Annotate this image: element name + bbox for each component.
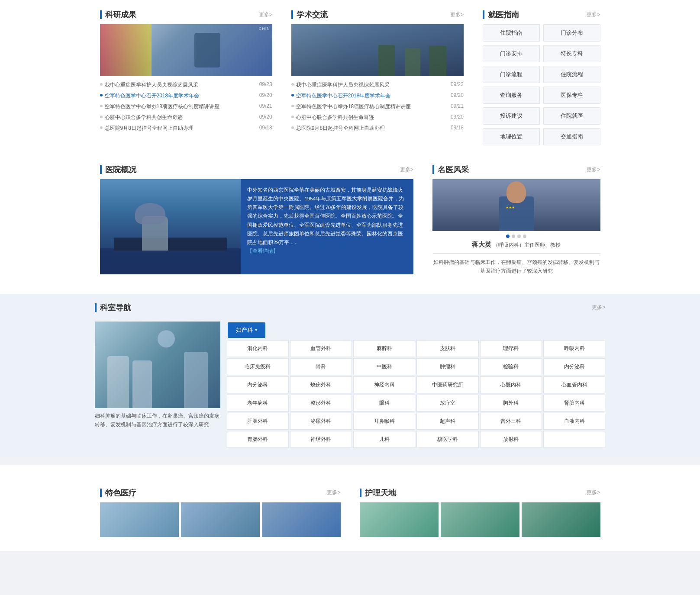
guide-btn-10[interactable]: 地理位置 <box>483 128 540 145</box>
guide-section: 就医指南 更多> 住院指南 门诊分布 门诊安排 特长专科 门诊流程 住院流程 查… <box>477 4 606 151</box>
dept-cell-11[interactable]: 内分泌科 <box>543 358 605 375</box>
special-img-0 <box>100 502 179 537</box>
dept-cell-26[interactable]: 耳鼻喉科 <box>353 413 415 430</box>
academic-image <box>291 24 464 76</box>
dot-0[interactable] <box>506 235 510 238</box>
dept-cell-30[interactable]: 胃肠外科 <box>227 431 289 448</box>
guide-btn-9[interactable]: 住院就医 <box>543 107 600 125</box>
academic-news-item[interactable]: 空军特色医学中心举办18项医疗核心制度精讲讲座 09/21 <box>291 101 464 112</box>
academic-news-item[interactable]: 总医院9月8日起挂号全程网上自助办理 09/18 <box>291 123 464 134</box>
hospital-title: 医院概况 <box>100 164 136 175</box>
academic-news-item[interactable]: 我中心重症医学科护人员央视综艺展风采 09/23 <box>291 80 464 90</box>
dept-cell-0[interactable]: 消化内科 <box>227 340 289 357</box>
guide-more[interactable]: 更多> <box>587 11 600 19</box>
academic-section: 学术交流 更多> 我中心重症 <box>286 4 469 151</box>
research-news-item[interactable]: 心脏中心联合多学科共创生命奇迹 09/20 <box>100 112 272 123</box>
guide-btn-3[interactable]: 特长专科 <box>543 45 600 62</box>
dept-cell-31[interactable]: 神经外科 <box>290 431 352 448</box>
dept-nav-section: 科室导航 更多> 妇科肿瘤的基础与临床工作，在卵巢癌、宫颈癌的发 <box>0 294 700 457</box>
dept-cell-28[interactable]: 普外三科 <box>480 413 542 430</box>
dept-cell-22[interactable]: 胸外科 <box>480 395 542 412</box>
hospital-overview-text: 中外知名的西京医院坐落在美丽的古城西安，其前身是延安抗战烽火岁月里诞生的中央医院… <box>241 179 413 274</box>
guide-btn-11[interactable]: 交通指南 <box>543 128 600 145</box>
academic-news-item[interactable]: 心脏中心联合多学科共创生命奇迹 09/20 <box>291 112 464 123</box>
special-medical-title: 特色医疗 <box>100 488 136 498</box>
academic-more[interactable]: 更多> <box>450 11 464 19</box>
research-news-item[interactable]: 空军特色医学中心召开2018年度学术年会 09/20 <box>100 90 272 101</box>
research-section: 科研成果 更多> CHIN 我中心 <box>95 4 277 151</box>
nursing-img-0 <box>360 502 439 537</box>
dept-cell-24[interactable]: 肝胆外科 <box>227 413 289 430</box>
dept-cell-29[interactable]: 血液内科 <box>543 413 605 430</box>
academic-title: 学术交流 <box>291 10 328 20</box>
dept-tab-active[interactable]: 妇产科 ▾ <box>228 322 265 338</box>
dept-cell-32[interactable]: 儿科 <box>353 431 415 448</box>
research-news-item[interactable]: 我中心重症医学科护人员央视综艺展风采 09/23 <box>100 80 272 90</box>
dept-cell-12[interactable]: 内分泌科 <box>227 376 289 393</box>
academic-news-list: 我中心重症医学科护人员央视综艺展风采 09/23 空军特色医学中心召开2018年… <box>291 80 464 134</box>
hospital-detail-link[interactable]: 【查看详情】 <box>247 248 278 254</box>
doctor-photo: ★★★ <box>432 179 600 231</box>
dept-cell-34[interactable]: 放射科 <box>480 431 542 448</box>
special-medical-more[interactable]: 更多> <box>327 489 340 496</box>
research-more[interactable]: 更多> <box>259 11 272 19</box>
dept-cell-5[interactable]: 呼吸内科 <box>543 340 605 357</box>
dept-caption: 妇科肿瘤的基础与临床工作，在卵巢癌、宫颈癌的发病转移、复发机制与基因治疗方面进行… <box>95 408 220 433</box>
doctor-title: （呼吸内科）主任医师、教授 <box>493 242 561 248</box>
special-medical-section: 特色医疗 更多> <box>95 482 346 542</box>
dot-3[interactable] <box>523 235 526 238</box>
doctor-desc: 妇科肿瘤的基础与临床工作，在卵巢癌、宫颈癌的发病转移、复发机制与基因治疗方面进行… <box>432 258 600 276</box>
research-news-item[interactable]: 空军特色医学中心举办18项医疗核心制度精讲讲座 09/21 <box>100 101 272 112</box>
dept-cell-1[interactable]: 血管外科 <box>290 340 352 357</box>
dept-cell-19[interactable]: 整形外科 <box>290 395 352 412</box>
research-image: CHIN <box>100 24 272 76</box>
dept-cell-13[interactable]: 烧伤外科 <box>290 376 352 393</box>
guide-title: 就医指南 <box>483 10 519 20</box>
dept-cell-7[interactable]: 骨科 <box>290 358 352 375</box>
research-title: 科研成果 <box>100 10 136 20</box>
dept-tabs: 妇产科 ▾ <box>227 322 606 339</box>
famous-doctor-more[interactable]: 更多> <box>587 166 600 174</box>
research-news-item[interactable]: 总医院9月8日起挂号全程网上自助办理 09/18 <box>100 123 272 134</box>
dept-layout: 妇科肿瘤的基础与临床工作，在卵巢癌、宫颈癌的发病转移、复发机制与基因治疗方面进行… <box>95 322 606 448</box>
guide-btn-4[interactable]: 门诊流程 <box>483 66 540 83</box>
dept-cell-3[interactable]: 皮肤科 <box>416 340 478 357</box>
dept-cell-27[interactable]: 超声科 <box>416 413 478 430</box>
dept-cell-20[interactable]: 眼科 <box>353 395 415 412</box>
dept-cell-18[interactable]: 老年病科 <box>227 395 289 412</box>
dept-cell-14[interactable]: 神经内科 <box>353 376 415 393</box>
dept-cell-35[interactable] <box>543 431 605 448</box>
guide-btn-8[interactable]: 投诉建议 <box>483 107 540 125</box>
dept-cell-4[interactable]: 理疗科 <box>480 340 542 357</box>
nursing-title: 护理天地 <box>360 488 396 498</box>
famous-doctor-section: 名医风采 更多> ★★★ <box>427 159 606 281</box>
guide-btn-1[interactable]: 门诊分布 <box>543 24 600 42</box>
dept-cell-17[interactable]: 心血管内科 <box>543 376 605 393</box>
bottom-grid: 特色医疗 更多> 护理天地 更多> <box>95 482 606 542</box>
research-news-list: 我中心重症医学科护人员央视综艺展风采 09/23 空军特色医学中心召开2018年… <box>100 80 272 134</box>
guide-btn-6[interactable]: 查询服务 <box>483 87 540 104</box>
dept-cell-15[interactable]: 中医药研究所 <box>416 376 478 393</box>
dept-cell-9[interactable]: 肿瘤科 <box>416 358 478 375</box>
hospital-more[interactable]: 更多> <box>400 166 413 174</box>
dept-cell-6[interactable]: 临床免疫科 <box>227 358 289 375</box>
dot-2[interactable] <box>517 235 521 238</box>
hospital-overview: 中外知名的西京医院坐落在美丽的古城西安，其前身是延安抗战烽火岁月里诞生的中央医院… <box>100 179 413 274</box>
dept-cell-33[interactable]: 核医学科 <box>416 431 478 448</box>
dept-cell-2[interactable]: 麻醉科 <box>353 340 415 357</box>
dept-cell-8[interactable]: 中医科 <box>353 358 415 375</box>
guide-btn-5[interactable]: 住院流程 <box>543 66 600 83</box>
doctor-card: ★★★ 蒋大英 （呼吸内科）主任医师、教授 妇科肿瘤的基础与临床工作， <box>432 179 600 276</box>
nursing-more[interactable]: 更多> <box>587 489 600 496</box>
academic-news-item[interactable]: 空军特色医学中心召开2018年度学术年会 09/20 <box>291 90 464 101</box>
guide-btn-0[interactable]: 住院指南 <box>483 24 540 42</box>
dot-1[interactable] <box>512 235 515 238</box>
guide-btn-2[interactable]: 门诊安排 <box>483 45 540 62</box>
guide-btn-7[interactable]: 医保专栏 <box>543 87 600 104</box>
dept-cell-25[interactable]: 泌尿外科 <box>290 413 352 430</box>
dept-cell-21[interactable]: 放疗室 <box>416 395 478 412</box>
dept-cell-16[interactable]: 心脏内科 <box>480 376 542 393</box>
dept-cell-23[interactable]: 肾脏内科 <box>543 395 605 412</box>
dept-cell-10[interactable]: 检验科 <box>480 358 542 375</box>
dept-nav-more[interactable]: 更多> <box>592 304 605 311</box>
